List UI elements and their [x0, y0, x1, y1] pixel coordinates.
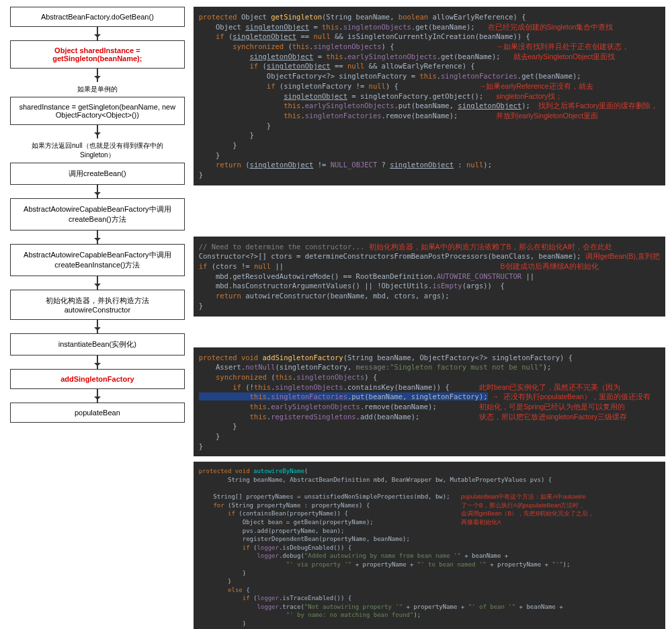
annotation: 如果earlyReference还没有，就去	[486, 82, 593, 90]
arrow	[97, 230, 98, 244]
arrow	[97, 389, 98, 403]
annotation: B创建成功后再继续A的初始化	[501, 262, 599, 270]
code-panel-1: protected Object getSingleton(String bea…	[194, 7, 665, 185]
annotation: 此时bean已实例化了，虽然还不完美（因为	[479, 383, 620, 391]
annotation: 再接着初始化A	[461, 519, 501, 526]
flowchart-column: AbstractBeanFactory.doGetBean() Object s…	[7, 7, 188, 629]
flow-box-1: AbstractBeanFactory.doGetBean()	[10, 7, 185, 27]
code-panel-3: protected void addSingletonFactory(Strin…	[194, 347, 665, 457]
flow-note-2: 如果方法返回null（也就是没有得到缓存中的Singleton）	[30, 141, 165, 160]
arrow	[97, 185, 98, 198]
annotation: 状态，所以把它放进singletonFactory三级缓存	[479, 413, 627, 421]
annotation: 调用getBean(B),直到把	[585, 252, 660, 260]
annotation: 找到之后将Factory里面的缓存删除，	[538, 101, 658, 110]
flow-box-9: addSingletonFactory	[10, 369, 185, 389]
annotation: 并放到earlySingletonObject里面	[496, 112, 598, 120]
arrow	[97, 27, 98, 40]
code-panel-2: // Need to determine the constructor... …	[194, 237, 665, 317]
annotation: 如果没有找到并且处于正在创建状态，	[503, 42, 629, 50]
annotation: 会调用getBean（B），先把B初始化完全了之后，	[461, 510, 595, 517]
flow-box-7: 初始化构造器，并执行构造方法autowireConstructor	[10, 290, 185, 320]
flow-note-1: 如果是单例的	[30, 85, 165, 94]
text: Object sharedInstance =	[54, 46, 140, 54]
code-panel-4: protected void autowireByName( String be…	[194, 462, 665, 629]
flow-box-5: AbstractAotowireCapableBeanFactory中调用cre…	[10, 198, 185, 230]
annotation: 就去earlySingletonObject里面找	[513, 52, 616, 60]
comment: // Need to determine the constructor...	[199, 243, 365, 251]
diagram-container: AbstractBeanFactory.doGetBean() Object s…	[7, 7, 665, 629]
flow-box-10: populateBean	[10, 403, 185, 423]
arrow	[97, 320, 98, 333]
arrow	[97, 125, 98, 138]
text: getSingleton(beanName);	[52, 54, 142, 62]
flow-box-3: sharedInstance = getSingleton(beanName, …	[10, 97, 185, 125]
arrow	[97, 355, 98, 369]
arrow	[97, 69, 98, 82]
code-panels: protected Object getSingleton(String bea…	[194, 7, 665, 629]
annotation: 初始化构造器，如果A中的构造方法依赖了B，那么在初始化A时，会在此处	[369, 243, 612, 251]
annotation: 了一个B，那么执行A的pupulateBean方法时，	[461, 502, 585, 509]
flow-box-8: instantiateBean(实例化)	[10, 333, 185, 355]
annotation: 在已经完成创建的Singleton集合中查找	[488, 23, 614, 31]
flow-box-2: Object sharedInstance = getSingleton(bea…	[10, 40, 185, 69]
flow-box-6: AbstractAutowireCapableBeanFactory中调用cre…	[10, 244, 185, 276]
annotation: singletonFactory找；	[496, 92, 562, 100]
flow-box-4: 调用createBean()	[10, 163, 185, 185]
annotation: 还没有执行populateBean），里面的值还没有	[503, 392, 650, 401]
arrow	[97, 276, 98, 290]
annotation: populateBean中有这个方法：如果A中autowire	[461, 493, 586, 500]
annotation: 初始化，可是Spring已经认为他是可以复用的	[479, 403, 625, 411]
